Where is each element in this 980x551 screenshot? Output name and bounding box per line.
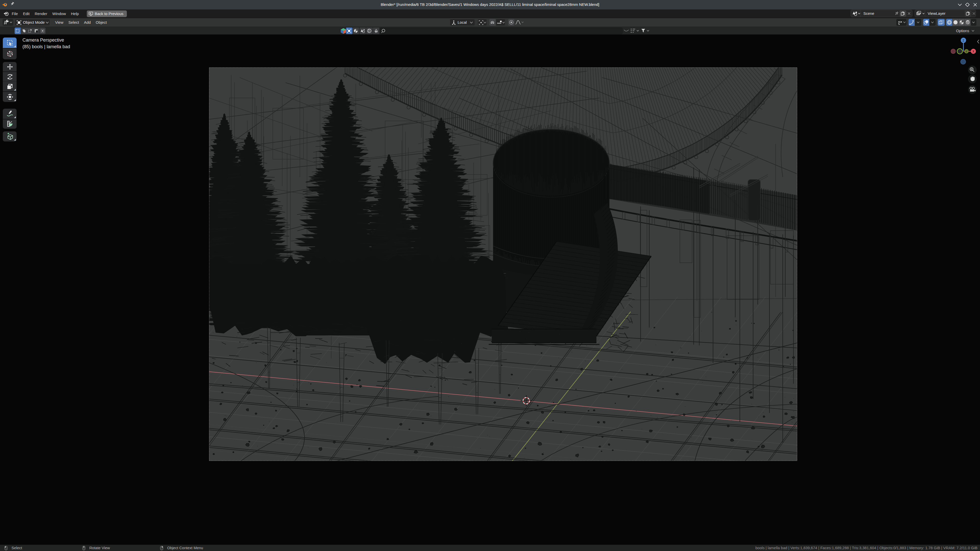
svg-text:Z: Z [963,39,964,42]
svg-text:Y: Y [966,50,967,53]
svg-text:X: X [972,50,974,53]
